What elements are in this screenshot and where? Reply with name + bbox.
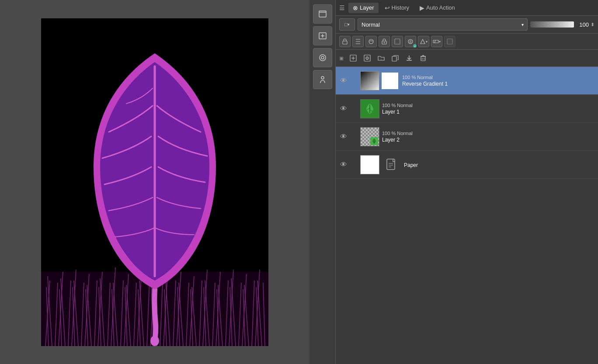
merge-down-btn[interactable] xyxy=(403,52,415,64)
auto-action-tab-icon: ▶ xyxy=(420,4,424,11)
layer-visibility-toggle[interactable]: 👁 xyxy=(339,161,348,169)
layer-info: 100 % Normal Layer 2 xyxy=(382,131,595,143)
layer-visibility-toggle[interactable]: 👁 xyxy=(339,105,348,113)
layer-actions-row: ▣ xyxy=(336,50,598,67)
layer-name-text: Layer 1 xyxy=(382,109,595,115)
tab-auto-action[interactable]: ▶ Auto Action xyxy=(415,3,459,13)
layer-thumb-gradient xyxy=(360,71,379,90)
layer-blend-text: 100 % Normal xyxy=(382,131,595,136)
tab-auto-action-label: Auto Action xyxy=(426,4,455,11)
tab-layer-label: Layer xyxy=(360,4,374,11)
paper-icon-area xyxy=(382,155,401,174)
transform-tool-button[interactable] xyxy=(313,48,332,67)
blend-mode-dropdown[interactable]: Normal ▾ xyxy=(358,18,528,31)
layer-info: 100 % Normal Reverse Gradient 1 xyxy=(402,75,595,87)
layer-info: Paper xyxy=(404,161,595,168)
new-layer-mask-btn[interactable] xyxy=(347,52,359,64)
svg-rect-82 xyxy=(395,39,400,44)
layer-item-paper[interactable]: 👁 Paper xyxy=(336,151,598,179)
vertical-toolbar xyxy=(309,0,336,364)
layers-panel: ☰ ⊗ Layer ↩ History ▶ Auto Action □ ▾ No… xyxy=(336,0,598,364)
layer-visibility-toggle[interactable]: 👁 xyxy=(339,77,348,85)
figure-tool-button[interactable] xyxy=(313,70,332,89)
erase-chevron: ▾ xyxy=(439,40,441,44)
blend-mode-chevron: ▾ xyxy=(522,22,524,27)
svg-rect-97 xyxy=(421,56,425,61)
opacity-control: 100 ⬍ xyxy=(530,21,595,28)
layer-type-select[interactable]: □ ▾ xyxy=(339,18,355,31)
tab-history-label: History xyxy=(392,4,409,11)
opacity-value: 100 xyxy=(576,21,589,28)
history-tab-icon: ↩ xyxy=(385,4,390,11)
svg-line-85 xyxy=(435,40,435,43)
layer-color-btn[interactable] xyxy=(444,36,455,47)
layer-item-layer1[interactable]: 👁 100 % Normal Layer 1 xyxy=(336,95,598,123)
layer-blend-text: 100 % Normal xyxy=(382,103,595,108)
layer-type-chevron: ▾ xyxy=(348,22,350,27)
svg-point-77 xyxy=(321,76,324,79)
svg-point-70 xyxy=(150,336,159,346)
layer-options-row: ✓ ▾ ▾ xyxy=(336,34,598,50)
layer-thumb-leaf xyxy=(360,99,379,118)
blend-mode-btn2[interactable]: ▾ xyxy=(418,36,429,47)
canvas-wrapper xyxy=(41,18,268,346)
refer-selection-btn[interactable] xyxy=(392,36,403,47)
layer-info: 100 % Normal Layer 1 xyxy=(382,103,595,115)
new-folder-btn[interactable] xyxy=(375,52,387,64)
layer-name-text: Paper xyxy=(404,162,595,168)
svg-point-81 xyxy=(384,42,385,43)
tab-layer[interactable]: ⊗ Layer xyxy=(348,3,379,13)
svg-rect-72 xyxy=(319,11,326,17)
tabs-row: ☰ ⊗ Layer ↩ History ▶ Auto Action xyxy=(336,0,598,16)
delete-layer-btn[interactable] xyxy=(417,52,429,64)
layer-name-text: Layer 2 xyxy=(382,137,595,143)
layer-item-reverse-gradient[interactable]: 👁 100 % Normal Reverse Gradient 1 xyxy=(336,67,598,95)
layer-visibility-toggle[interactable]: 👁 xyxy=(339,133,348,141)
panel-menu-icon[interactable]: ☰ xyxy=(339,4,345,11)
svg-point-79 xyxy=(369,39,373,44)
svg-rect-84 xyxy=(433,40,438,43)
right-panel: ☰ ⊗ Layer ↩ History ▶ Auto Action □ ▾ No… xyxy=(309,0,598,364)
canvas-area xyxy=(0,0,309,364)
layer-tab-icon: ⊗ xyxy=(353,4,358,11)
lock-transparent-btn[interactable] xyxy=(339,36,351,47)
lock-btn[interactable] xyxy=(379,36,390,47)
layer-thumb-checker xyxy=(360,127,379,146)
color-settings-btn[interactable]: ✓ xyxy=(405,36,416,47)
clipping-mask-btn[interactable] xyxy=(365,36,377,47)
layer-mask-thumb xyxy=(380,71,400,90)
new-raster-layer-btn[interactable] xyxy=(361,52,373,64)
blend-chevron: ▾ xyxy=(426,40,428,44)
opacity-slider[interactable] xyxy=(530,21,574,28)
svg-rect-105 xyxy=(387,159,395,170)
svg-rect-94 xyxy=(392,56,396,61)
erase-btn[interactable]: ▾ xyxy=(431,36,442,47)
layer-name-text: Reverse Gradient 1 xyxy=(402,81,595,87)
svg-point-76 xyxy=(321,56,324,59)
layer-item-layer2[interactable]: 👁 100 % Normal Layer 2 xyxy=(336,123,598,151)
svg-point-75 xyxy=(320,55,326,61)
layer-type-icon: □ xyxy=(344,22,348,27)
canvas-tool-button[interactable] xyxy=(313,4,332,24)
blend-mode-label: Normal xyxy=(362,21,380,28)
color-settings-badge: ✓ xyxy=(413,44,417,48)
layer-thumb-paper xyxy=(360,155,379,174)
blend-mode-row: □ ▾ Normal ▾ 100 ⬍ xyxy=(336,16,598,34)
tab-history[interactable]: ↩ History xyxy=(380,3,414,13)
layer-list: 👁 100 % Normal Reverse Gradient 1 👁 xyxy=(336,67,598,364)
opacity-stepper[interactable]: ⬍ xyxy=(591,22,595,28)
svg-rect-78 xyxy=(343,41,347,44)
snap-to-layer-btn[interactable] xyxy=(352,36,364,47)
copy-layer-btn[interactable] xyxy=(389,52,401,64)
edit-tool-button[interactable] xyxy=(313,26,332,45)
layer-menu-icon: ▣ xyxy=(339,55,344,61)
layer-blend-text: 100 % Normal xyxy=(402,75,595,80)
svg-rect-86 xyxy=(447,39,452,44)
